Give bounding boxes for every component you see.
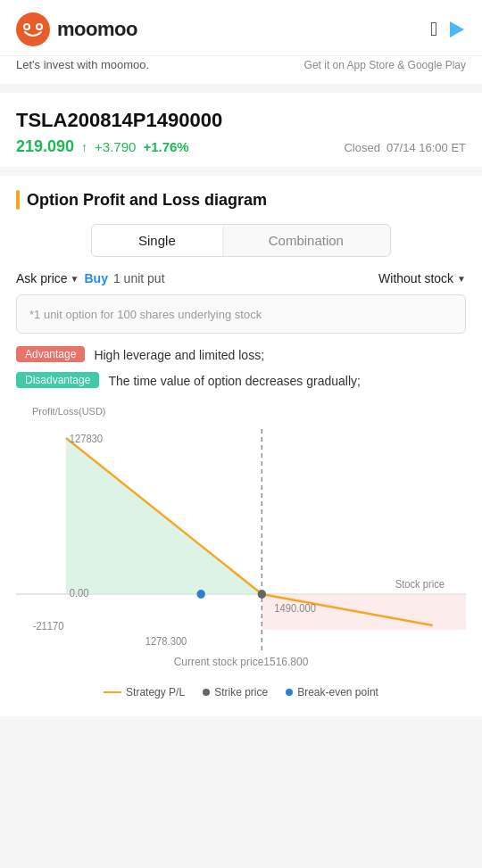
- strike-price-dot-icon: [203, 689, 210, 696]
- play-store-icon: [446, 20, 466, 39]
- stock-ticker: TSLA200814P1490000: [16, 109, 466, 132]
- legend-breakeven: Break-even point: [286, 686, 378, 699]
- legend-breakeven-label: Break-even point: [297, 686, 378, 699]
- info-box: *1 unit option for 100 shares underlying…: [16, 294, 466, 334]
- chart-svg: 127830 0.00 -21170 1278.300 1490.000 Sto…: [16, 420, 466, 652]
- controls-row: Ask price ▼ Buy 1 unit put Without stock…: [16, 271, 466, 285]
- price-pct: +1.76%: [143, 139, 188, 154]
- svg-text:-21170: -21170: [33, 620, 64, 632]
- without-stock-arrow-icon: ▼: [457, 274, 466, 284]
- price-left: 219.090 ↑ +3.790 +1.76%: [16, 137, 189, 156]
- disadvantage-row: Disadvantage The time value of option de…: [16, 372, 466, 391]
- info-text: *1 unit option for 100 shares underlying…: [29, 308, 262, 321]
- legend-strike-label: Strike price: [214, 686, 268, 699]
- without-stock-dropdown[interactable]: Without stock ▼: [378, 271, 466, 285]
- price-arrow: ↑: [81, 140, 87, 154]
- moomoo-logo-icon: [16, 12, 50, 46]
- left-controls: Ask price ▼ Buy 1 unit put: [16, 271, 165, 285]
- svg-text:Stock price: Stock price: [395, 578, 445, 590]
- disadvantage-badge: Disadvantage: [16, 372, 99, 388]
- svg-text:1278.300: 1278.300: [145, 635, 187, 647]
- without-stock-label: Without stock: [378, 271, 453, 285]
- svg-text:1490.000: 1490.000: [274, 602, 316, 614]
- header: moomoo : [0, 0, 482, 56]
- ask-price-dropdown[interactable]: Ask price ▼: [16, 271, 79, 285]
- tab-container: Single Combination: [91, 224, 391, 257]
- tab-single[interactable]: Single: [92, 225, 222, 256]
- stock-status-row: Closed 07/14 16:00 ET: [344, 139, 466, 155]
- disadvantage-desc: The time value of option decreases gradu…: [108, 372, 361, 391]
- stock-status: Closed 07/14 16:00 ET: [344, 141, 466, 154]
- svg-text:127830: 127830: [70, 433, 103, 444]
- svg-point-16: [258, 590, 266, 599]
- unit-put: 1 unit put: [113, 271, 165, 285]
- pl-title-row: Option Profit and Loss diagram: [16, 190, 466, 210]
- legend-strategy: Strategy P/L: [104, 686, 185, 699]
- pl-diagram-title: Option Profit and Loss diagram: [27, 191, 267, 210]
- svg-marker-5: [450, 21, 464, 37]
- advantage-desc: High leverage and limited loss;: [94, 346, 264, 365]
- pl-diagram-section: Option Profit and Loss diagram Single Co…: [0, 176, 482, 677]
- legend-row: Strategy P/L Strike price Break-even poi…: [0, 677, 482, 716]
- legend-strike: Strike price: [203, 686, 268, 699]
- svg-point-17: [197, 590, 205, 599]
- current-price-label: Current stock price1516.800: [16, 652, 466, 677]
- legend-strategy-label: Strategy P/L: [126, 686, 185, 699]
- tagline-row: Let's invest with moomoo. Get it on App …: [0, 56, 482, 84]
- svg-text:0.00: 0.00: [70, 587, 89, 599]
- pl-accent-bar: [16, 190, 20, 210]
- price-change: +3.790: [95, 139, 136, 154]
- apple-icon: : [430, 18, 437, 41]
- strategy-pl-line-icon: [104, 691, 121, 693]
- advantage-badge: Advantage: [16, 346, 85, 362]
- svg-point-4: [37, 25, 41, 29]
- buy-label: Buy: [84, 271, 107, 285]
- advantage-row: Advantage High leverage and limited loss…: [16, 346, 466, 365]
- tagline: Let's invest with moomoo.: [16, 58, 149, 71]
- stock-price-row: 219.090 ↑ +3.790 +1.76% Closed 07/14 16:…: [16, 137, 466, 156]
- chart-section: Profit/Loss(USD) 127830: [16, 397, 466, 677]
- svg-point-0: [16, 12, 50, 46]
- logo-text: moomoo: [57, 18, 137, 41]
- chart-area: 127830 0.00 -21170 1278.300 1490.000 Sto…: [16, 420, 466, 652]
- ask-price-arrow-icon: ▼: [71, 274, 79, 284]
- store-icons: : [430, 18, 466, 41]
- stock-section: TSLA200814P1490000 219.090 ↑ +3.790 +1.7…: [0, 93, 482, 167]
- breakeven-dot-icon: [286, 689, 293, 696]
- chart-y-label: Profit/Loss(USD): [16, 406, 466, 417]
- logo-area: moomoo: [16, 12, 137, 46]
- store-link: Get it on App Store & Google Play: [304, 59, 466, 71]
- ask-price-label: Ask price: [16, 271, 68, 285]
- tab-combination[interactable]: Combination: [222, 225, 390, 256]
- svg-point-3: [25, 25, 29, 29]
- tab-row: Single Combination: [16, 224, 466, 257]
- stock-price: 219.090: [16, 137, 74, 156]
